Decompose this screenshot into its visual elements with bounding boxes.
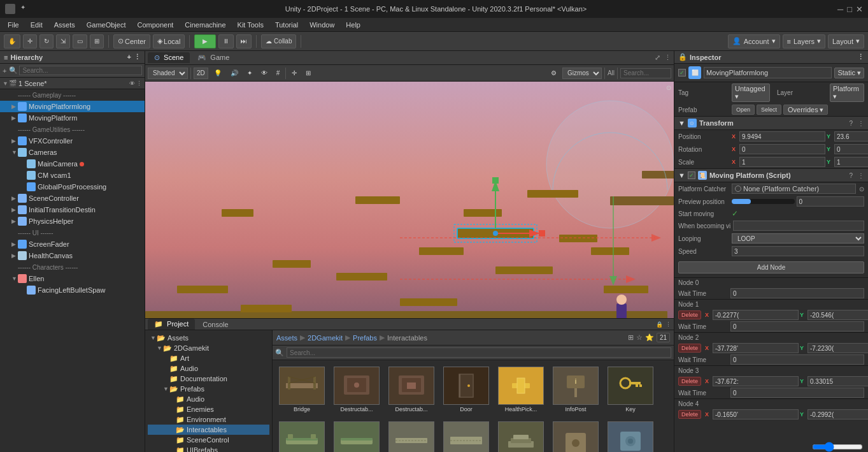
menu-kittools[interactable]: Kit Tools xyxy=(232,20,269,30)
node-1-x-input[interactable] xyxy=(713,310,799,320)
assets-create-icon[interactable]: ⊞ xyxy=(628,333,634,342)
hier-item-characters-dash[interactable]: ------ Characters ------ xyxy=(0,261,145,273)
looping-select[interactable]: LOOP PING_PONG ONCE xyxy=(732,233,864,244)
script-component-header[interactable]: ▼ ✓ 📜 Moving Platform (Script) ? ⋮ xyxy=(674,168,868,182)
asset-healthpick[interactable]: HealthPick... xyxy=(495,364,546,415)
folder-environment[interactable]: 📁 Environment xyxy=(148,414,269,425)
scene-more-icon[interactable]: ⋮ xyxy=(136,80,142,87)
node-3-delete-button[interactable]: Delete xyxy=(678,377,701,386)
layout-dropdown[interactable]: Layout ▾ xyxy=(828,34,864,48)
menu-gameobject[interactable]: GameObject xyxy=(82,20,131,30)
node-3-y-input[interactable] xyxy=(808,376,868,386)
scene-maximize-icon[interactable]: ⤢ xyxy=(655,54,660,62)
hier-item-movingplatform[interactable]: ▶ MovingPlatform xyxy=(0,112,145,124)
asset-destructab2[interactable]: Destructab... xyxy=(386,364,437,415)
shade-mode-select[interactable]: Shaded xyxy=(148,68,188,79)
assets-fav-icon[interactable]: ☆ xyxy=(636,333,643,342)
tab-scene[interactable]: ⊙ Scene xyxy=(148,52,190,63)
node-2-x-input[interactable] xyxy=(713,343,799,353)
hier-item-gameutilities[interactable]: ------ GameUtilities ------ xyxy=(0,124,145,135)
pos-x-input[interactable] xyxy=(739,131,825,142)
transform-help-icon[interactable]: ? xyxy=(849,120,853,127)
scene-light-button[interactable]: 💡 xyxy=(211,68,225,79)
assets-search-input[interactable] xyxy=(287,347,671,358)
tab-game[interactable]: 🎮 Game xyxy=(191,52,236,63)
hier-item-gameplay[interactable]: ------ Gameplay ------ xyxy=(0,89,145,101)
asset-reusable[interactable]: ReusableS... xyxy=(605,419,656,452)
obj-name-input[interactable] xyxy=(704,67,832,78)
menu-component[interactable]: Component xyxy=(132,20,178,30)
menu-tutorial[interactable]: Tutorial xyxy=(270,20,303,30)
node-4-x-input[interactable] xyxy=(713,409,799,419)
node-4-delete-button[interactable]: Delete xyxy=(678,410,701,419)
tool-scale[interactable]: ⇲ xyxy=(56,34,70,48)
static-badge[interactable]: Static ▾ xyxy=(834,68,864,78)
bc-2dgamekit[interactable]: 2DGamekit xyxy=(308,334,343,342)
node-2-y-input[interactable] xyxy=(808,343,868,353)
tool-move[interactable]: ✛ xyxy=(23,34,37,48)
pivot-local-button[interactable]: ◈ Local xyxy=(153,34,185,48)
folder-assets[interactable]: ▼ 📂 Assets xyxy=(148,333,269,343)
scene-snap-btn[interactable]: ⊞ xyxy=(302,68,314,79)
asset-passthrou1[interactable]: PassThrou... xyxy=(386,419,437,452)
asset-movingplat2[interactable]: MovingPlat... xyxy=(331,419,382,452)
asset-bridge[interactable]: Bridge xyxy=(276,364,327,415)
asset-destructab1[interactable]: Destructab... xyxy=(331,364,382,415)
scene-more-icon[interactable]: ⋮ xyxy=(664,54,671,62)
pause-button[interactable]: ⏸ xyxy=(218,34,234,48)
node-1-y-input[interactable] xyxy=(808,310,868,320)
prefab-open-button[interactable]: Open xyxy=(732,105,755,115)
folder-enemies[interactable]: 📁 Enemies xyxy=(148,404,269,414)
menu-edit[interactable]: Edit xyxy=(25,20,48,30)
gizmos-select[interactable]: Gizmos xyxy=(562,68,602,79)
menu-window[interactable]: Window xyxy=(304,20,339,30)
folder-art[interactable]: 📁 Art xyxy=(148,353,269,363)
start-moving-checkmark[interactable]: ✓ xyxy=(732,209,738,218)
folder-scenecontrol[interactable]: 📁 SceneControl xyxy=(148,435,269,445)
hier-item-movingplatformlong[interactable]: ▶ MovingPlatformlong xyxy=(0,101,145,112)
bottom-lock-icon[interactable]: 🔒 xyxy=(656,321,663,328)
window-controls[interactable]: ─ □ ✕ xyxy=(837,4,863,14)
bc-prefabs[interactable]: Prefabs xyxy=(353,334,377,342)
scene-grid-button[interactable]: # xyxy=(273,68,283,79)
hier-item-healthcanvas[interactable]: ▶ HealthCanvas xyxy=(0,250,145,261)
hierarchy-add-small-icon[interactable]: + xyxy=(3,67,6,75)
menu-file[interactable]: File xyxy=(3,20,24,30)
layers-dropdown[interactable]: ≡ Layers ▾ xyxy=(783,34,825,48)
rot-x-input[interactable] xyxy=(739,144,825,154)
script-enabled-checkbox[interactable]: ✓ xyxy=(688,171,695,179)
folder-2dgamekit[interactable]: ▼ 📂 2DGamekit xyxy=(148,343,269,353)
asset-key[interactable]: Key xyxy=(605,364,656,415)
scene-nav-icon[interactable]: ⊙ xyxy=(666,84,671,91)
asset-pushable[interactable]: PushableB... xyxy=(550,419,601,452)
node-4-y-input[interactable] xyxy=(808,409,868,419)
tool-hand[interactable]: ✋ xyxy=(4,34,20,48)
scene-search-input[interactable] xyxy=(620,68,671,78)
hier-item-screenfader[interactable]: ▶ ScreenFader xyxy=(0,238,145,250)
account-dropdown[interactable]: 👤 Account ▾ xyxy=(728,34,780,48)
zoom-slider[interactable] xyxy=(812,443,863,451)
transform-component-header[interactable]: ▼ ⊙ Transform ? ⋮ xyxy=(674,116,868,130)
hierarchy-scene-root[interactable]: ▼ 🎬 1 Scene* 👁 ⋮ xyxy=(0,78,145,89)
hier-item-facingleft[interactable]: FacingLeftBulletSpaw xyxy=(0,284,145,296)
folder-uiprefabs[interactable]: 📁 UIBrefabs xyxy=(148,445,269,452)
inspector-more-icon[interactable]: ⋮ xyxy=(857,53,864,61)
node-3-waittime-input[interactable] xyxy=(730,388,864,398)
node-2-waittime-input[interactable] xyxy=(730,354,864,365)
scene-hidden-button[interactable]: 👁 xyxy=(258,68,271,79)
when-becoming-input[interactable] xyxy=(733,221,864,231)
maximize-button[interactable]: □ xyxy=(847,4,852,14)
inspector-lock-icon[interactable]: 🔒 xyxy=(678,53,687,61)
platform-catcher-field[interactable]: None (Platform Catcher) xyxy=(732,184,856,194)
bottom-more-icon[interactable]: ⋮ xyxy=(665,321,671,328)
platform-catcher-pick-icon[interactable]: ⊙ xyxy=(859,186,864,193)
hier-item-physicshelper[interactable]: ▶ PhysicsHelper xyxy=(0,215,145,227)
asset-movingplat1[interactable]: MovingPlat... xyxy=(276,419,327,452)
folder-audio2[interactable]: 📁 Audio xyxy=(148,394,269,404)
asset-door[interactable]: Door xyxy=(441,364,492,415)
asset-pressureplate[interactable]: PressurePl... xyxy=(495,419,546,452)
script-help-icon[interactable]: ? xyxy=(849,172,853,179)
scale-x-input[interactable] xyxy=(739,157,825,167)
tool-rect[interactable]: ▭ xyxy=(73,34,87,48)
node-1-delete-button[interactable]: Delete xyxy=(678,310,701,319)
